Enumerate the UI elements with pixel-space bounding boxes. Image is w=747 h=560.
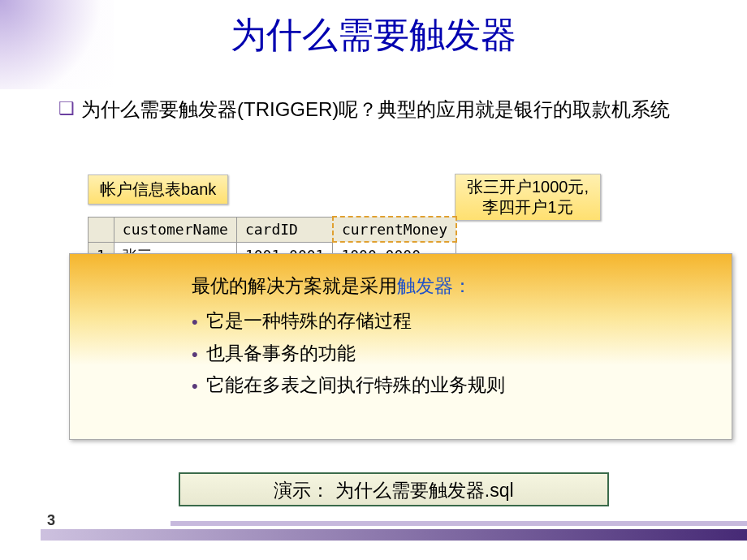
solution-title: 最优的解决方案就是采用触发器： [192,274,715,299]
solution-title-pre: 最优的解决方案就是采用 [192,275,397,296]
bullet-icon: ❑ [58,98,75,119]
decor-bar-top [171,521,747,526]
header-currentmoney: currentMoney [333,217,456,242]
bullet-text: 为什么需要触发器(TRIGGER)呢？典型的应用就是银行的取款机系统 [81,94,670,125]
header-blank [89,217,114,242]
list-item: 它是一种特殊的存储过程 [192,305,715,338]
solution-box: 最优的解决方案就是采用触发器： 它是一种特殊的存储过程 也具备事务的功能 它能在… [69,253,732,440]
header-cardid: cardID [236,217,333,242]
slide-title: 为什么需要触发器 [0,11,747,59]
label2-line1: 张三开户1000元, [467,178,589,196]
page-number: 3 [47,512,55,529]
label-accounts-info: 张三开户1000元, 李四开户1元 [455,174,601,221]
list-item: 它能在多表之间执行特殊的业务规则 [192,369,715,402]
table-header-row: customerName cardID currentMoney [89,217,456,242]
solution-title-highlight: 触发器： [397,275,472,296]
decor-bar-bottom [41,529,747,541]
bullet-row: ❑ 为什么需要触发器(TRIGGER)呢？典型的应用就是银行的取款机系统 [58,94,715,125]
header-customername: customerName [114,217,236,242]
list-item: 也具备事务的功能 [192,338,715,370]
demo-box: 演示： 为什么需要触发器.sql [179,472,609,506]
solution-list: 它是一种特殊的存储过程 也具备事务的功能 它能在多表之间执行特殊的业务规则 [192,305,715,402]
label-account-table: 帐户信息表bank [88,174,228,205]
label2-line2: 李四开户1元 [482,198,572,216]
